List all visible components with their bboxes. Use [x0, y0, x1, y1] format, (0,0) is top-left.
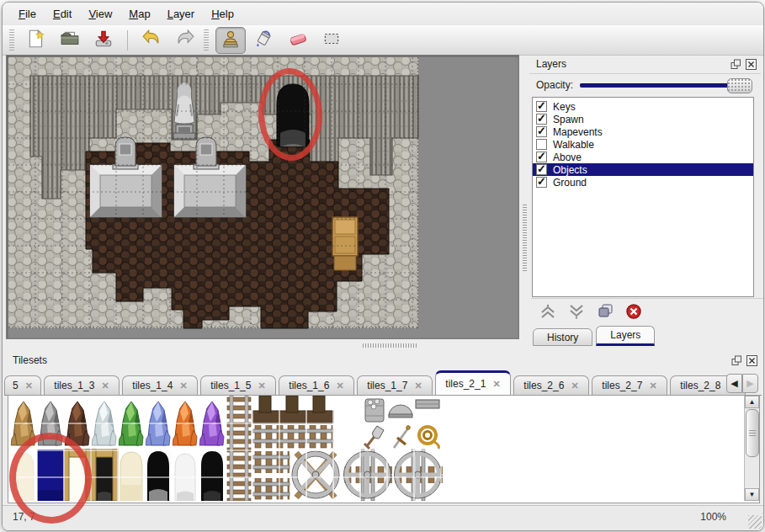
close-tab-icon[interactable]	[101, 380, 109, 391]
new-map-button[interactable]	[21, 27, 51, 54]
opacity-slider[interactable]	[580, 78, 751, 92]
opacity-slider-track	[580, 83, 751, 88]
opacity-row: Opacity:	[529, 76, 761, 94]
tileset-canvas[interactable]: ▲ ▼	[8, 395, 760, 503]
undo-button[interactable]	[136, 27, 167, 54]
layer-buttons-row	[531, 298, 763, 324]
splitter-grip	[523, 205, 527, 272]
checkbox-checked-icon[interactable]	[536, 164, 547, 175]
close-tab-icon[interactable]	[258, 380, 265, 391]
door-frame-light	[64, 450, 91, 501]
layer-label: Walkable	[553, 139, 594, 151]
tileset-tabbar: 5 tiles_1_3 tiles_1_4 tiles_1_5 tiles_1_…	[4, 370, 762, 396]
tileset-tab-truncated[interactable]: 5	[4, 375, 41, 396]
scroll-tabs-left-button[interactable]: ◀	[726, 374, 742, 393]
close-panel-icon[interactable]	[746, 354, 757, 365]
checkbox-checked-icon[interactable]	[536, 152, 547, 162]
app-window: File Edit View Map Layer Help	[2, 2, 764, 531]
checkbox-checked-icon[interactable]	[536, 126, 547, 137]
tileset-tab-tiles_1_6[interactable]: tiles_1_6	[279, 375, 354, 396]
layer-label: Objects	[553, 164, 587, 176]
layer-label: Above	[553, 152, 582, 163]
tileset-tab-tiles_2_6[interactable]: tiles_2_6	[513, 375, 589, 396]
map-render	[8, 57, 515, 335]
opacity-slider-handle[interactable]	[727, 78, 752, 93]
layers-panel: Layers Opacity: Keys Spawn Mapevents Wal…	[529, 55, 761, 346]
tileset-tab-tiles_1_7[interactable]: tiles_1_7	[357, 375, 433, 396]
close-panel-icon[interactable]	[746, 59, 757, 70]
scroll-down-icon[interactable]: ▼	[745, 488, 759, 501]
redo-button[interactable]	[170, 27, 200, 54]
tileset-scrollbar[interactable]: ▲ ▼	[744, 396, 759, 501]
map-canvas[interactable]	[6, 55, 519, 339]
menu-layer[interactable]: Layer	[160, 5, 203, 23]
stamp-tool-button[interactable]	[215, 27, 246, 54]
tab-label: tiles_2_6	[523, 380, 564, 391]
close-tab-icon[interactable]	[571, 380, 578, 391]
layers-panel-title: Layers	[529, 58, 730, 70]
toolbar-grip[interactable]	[9, 29, 14, 51]
statusbar: 17, 7 100%	[3, 505, 763, 530]
scroll-tabs-right-button[interactable]: ▶	[742, 374, 758, 393]
duplicate-layer-button[interactable]	[593, 301, 617, 322]
save-button[interactable]	[88, 27, 119, 54]
open-button[interactable]	[55, 27, 85, 54]
menu-help[interactable]: Help	[204, 5, 242, 23]
rail-horizontal	[252, 425, 333, 449]
checkbox-checked-icon[interactable]	[536, 114, 547, 125]
layer-row-mapevents[interactable]: Mapevents	[533, 125, 753, 138]
menu-map[interactable]: Map	[121, 5, 157, 23]
layer-list: Keys Spawn Mapevents Walkable Above Obje…	[532, 97, 754, 297]
stone-beam	[416, 400, 439, 408]
new-document-icon	[26, 29, 46, 52]
tab-label: tiles_1_4	[132, 380, 173, 391]
eraser-tool-button[interactable]	[283, 27, 313, 54]
resize-grip-icon[interactable]	[748, 515, 762, 529]
checkbox-checked-icon[interactable]	[536, 101, 547, 112]
stone-platform-left	[90, 165, 162, 217]
tileset-tab-tiles_2_1-active[interactable]: tiles_2_1	[435, 370, 511, 396]
tilesets-panel: Tilesets 5 tiles_1_3 tiles_1_4 tiles_1_5…	[4, 350, 762, 504]
scroll-up-icon[interactable]: ▲	[745, 396, 759, 408]
layer-row-ground[interactable]: Ground	[533, 176, 753, 189]
checkbox-checked-icon[interactable]	[536, 177, 547, 188]
checkbox-unchecked-icon[interactable]	[536, 139, 547, 150]
float-panel-icon[interactable]	[731, 354, 742, 365]
menu-file[interactable]: File	[11, 5, 44, 23]
layer-row-objects-selected[interactable]: Objects	[533, 163, 753, 176]
tileset-tab-tiles_2_7[interactable]: tiles_2_7	[592, 375, 667, 396]
layer-row-keys[interactable]: Keys	[533, 100, 753, 113]
close-tab-icon[interactable]	[414, 380, 422, 391]
scrollbar-thumb[interactable]	[746, 409, 759, 457]
layer-row-above[interactable]: Above	[533, 151, 753, 163]
cave-entrance	[277, 84, 309, 146]
raise-layer-button[interactable]	[536, 301, 560, 322]
layer-row-spawn[interactable]: Spawn	[533, 113, 753, 125]
tab-label: tiles_2_8	[680, 380, 720, 391]
selection-tool-button[interactable]	[316, 27, 347, 54]
toolbar-grip[interactable]	[204, 29, 209, 51]
menu-view[interactable]: View	[81, 5, 120, 23]
layer-label: Spawn	[553, 114, 584, 125]
tileset-tab-tiles_1_3[interactable]: tiles_1_3	[44, 375, 120, 396]
close-tab-icon[interactable]	[179, 380, 187, 391]
close-tab-icon[interactable]	[336, 380, 343, 391]
float-panel-icon[interactable]	[730, 59, 741, 70]
paint-bucket-icon	[254, 29, 274, 52]
close-tab-icon[interactable]	[492, 379, 500, 390]
horizontal-splitter[interactable]	[3, 341, 763, 349]
close-tab-icon[interactable]	[649, 380, 656, 391]
tileset-tab-tiles_1_5[interactable]: tiles_1_5	[200, 375, 276, 396]
tileset-tab-tiles_1_4[interactable]: tiles_1_4	[122, 375, 198, 396]
layer-row-walkable[interactable]: Walkable	[533, 138, 753, 151]
lower-layer-button[interactable]	[565, 301, 588, 322]
delete-layer-button[interactable]	[622, 301, 645, 322]
toolbar-separator	[127, 30, 128, 51]
vertical-splitter[interactable]	[521, 55, 529, 339]
menu-edit[interactable]: Edit	[45, 5, 79, 23]
close-tab-icon[interactable]	[25, 380, 33, 391]
open-folder-icon	[60, 29, 80, 52]
save-download-icon	[93, 29, 114, 52]
fill-tool-button[interactable]	[249, 27, 279, 54]
splitter-grip	[363, 343, 417, 348]
